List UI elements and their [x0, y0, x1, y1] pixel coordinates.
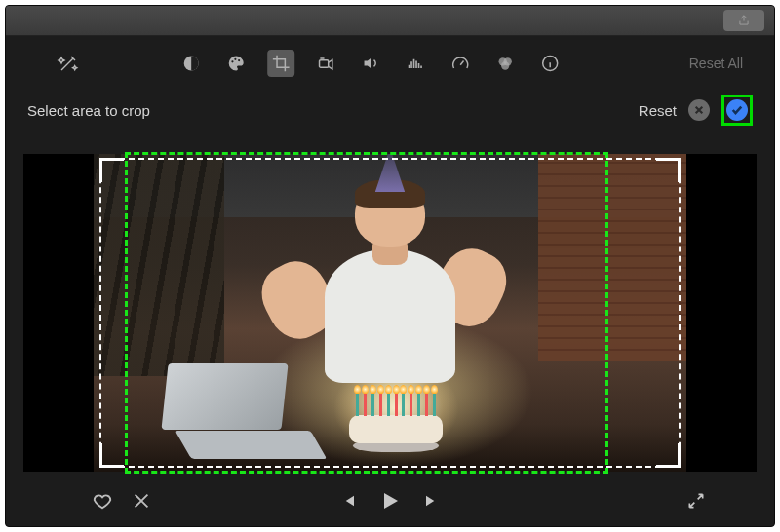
info-icon [540, 54, 560, 73]
video-preview[interactable] [23, 154, 757, 472]
heart-icon [92, 490, 113, 512]
crop-button[interactable] [267, 50, 294, 77]
share-button[interactable] [723, 10, 764, 31]
skip-forward-icon [423, 492, 441, 510]
palette-icon [226, 54, 246, 73]
svg-point-2 [234, 58, 236, 60]
crop-icon [271, 54, 291, 73]
stabilization-button[interactable] [312, 50, 339, 77]
next-frame-button[interactable] [423, 492, 441, 513]
speedometer-icon [450, 54, 470, 73]
favorite-button[interactable] [92, 490, 113, 515]
speed-button[interactable] [447, 50, 474, 77]
playback-bar [6, 479, 774, 526]
filter-button[interactable] [491, 50, 519, 77]
overlap-circles-icon [495, 54, 515, 73]
camera-icon [316, 54, 335, 73]
speaker-icon [361, 54, 380, 73]
crop-reset-button[interactable]: Reset [639, 102, 677, 119]
svg-point-1 [231, 60, 233, 62]
title-bar [6, 6, 774, 36]
crop-action-bar: Select area to crop Reset [6, 91, 774, 135]
crop-apply-button[interactable] [726, 99, 748, 121]
play-icon [378, 489, 402, 513]
svg-rect-4 [320, 60, 329, 68]
x-icon [694, 105, 704, 115]
info-button[interactable] [536, 50, 564, 77]
magic-wand-icon [57, 52, 80, 75]
expand-icon [686, 491, 706, 511]
tool-icons [177, 50, 564, 77]
editor-window: Reset All Select area to crop Reset [5, 5, 775, 527]
skip-back-icon [339, 492, 357, 510]
checkmark-icon [731, 104, 743, 116]
play-button[interactable] [378, 489, 402, 516]
crop-prompt-label: Select area to crop [27, 102, 150, 119]
share-icon [737, 14, 751, 27]
video-frame [94, 154, 686, 472]
auto-enhance-button[interactable] [57, 52, 80, 75]
contrast-icon [181, 54, 201, 73]
equalizer-icon [406, 54, 425, 73]
color-balance-button[interactable] [177, 50, 205, 77]
noise-reduction-button[interactable] [402, 50, 429, 77]
x-icon [131, 490, 152, 512]
color-correction-button[interactable] [222, 50, 250, 77]
volume-button[interactable] [357, 50, 384, 77]
reset-all-button[interactable]: Reset All [689, 56, 743, 71]
svg-point-7 [501, 61, 509, 69]
apply-highlight [722, 95, 753, 126]
reject-button[interactable] [131, 490, 152, 515]
adjustments-toolbar: Reset All [6, 36, 774, 91]
fullscreen-button[interactable] [686, 491, 706, 514]
previous-frame-button[interactable] [339, 492, 357, 513]
svg-point-3 [238, 59, 240, 61]
crop-cancel-button[interactable] [688, 99, 710, 121]
